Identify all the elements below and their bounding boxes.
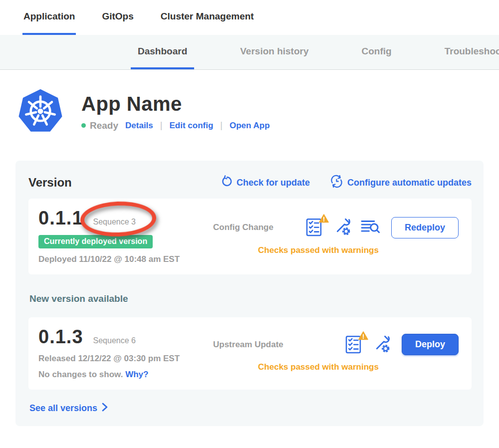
tab-config[interactable]: Config — [355, 35, 399, 69]
see-all-versions-link[interactable]: See all versions — [29, 403, 472, 414]
check-for-update-link[interactable]: Check for update — [220, 175, 310, 190]
refresh-icon — [220, 175, 233, 190]
configure-automatic-updates-link[interactable]: Configure automatic updates — [330, 175, 472, 191]
new-version-heading: New version available — [29, 293, 472, 304]
current-version-sequence: Sequence 3 — [93, 218, 136, 226]
version-source-label: Upstream Update — [213, 340, 283, 350]
preflight-checks-icon[interactable] — [345, 335, 364, 355]
version-section-title: Version — [28, 176, 72, 190]
available-version-sequence: Sequence 6 — [93, 336, 136, 345]
details-link[interactable]: Details — [125, 121, 153, 131]
current-version-card: 0.1.1 Sequence 3 Currently deployed vers… — [28, 199, 472, 274]
divider: | — [160, 120, 163, 131]
why-link[interactable]: Why? — [125, 370, 148, 379]
auto-update-icon — [330, 175, 343, 191]
primary-nav: Application GitOps Cluster Management — [0, 0, 499, 35]
warning-triangle-icon — [319, 214, 329, 225]
checks-status-text: Checks passed with warnings — [213, 245, 459, 255]
available-version-number: 0.1.3 — [38, 326, 83, 348]
view-files-icon[interactable] — [360, 218, 380, 237]
chevron-right-icon — [101, 403, 108, 414]
tab-cluster-management[interactable]: Cluster Management — [160, 0, 255, 35]
preflight-checks-icon[interactable] — [305, 218, 324, 237]
divider: | — [220, 120, 223, 131]
edit-config-icon[interactable] — [373, 335, 391, 355]
version-section: Version Check for update — [15, 161, 484, 426]
released-timestamp: Released 12/12/22 @ 03:30 pm EST — [38, 354, 213, 364]
status-badge: Ready — [81, 120, 118, 131]
version-source-label: Config Change — [213, 223, 273, 232]
page-title: App Name — [81, 93, 270, 115]
deployed-timestamp: Deployed 11/10/22 @ 10:48 am EST — [38, 254, 213, 264]
app-header: App Name Ready Details | Edit config | O… — [17, 88, 499, 136]
checks-status-text: Checks passed with warnings — [213, 362, 459, 372]
deploy-button[interactable]: Deploy — [402, 334, 459, 355]
tab-dashboard[interactable]: Dashboard — [131, 35, 194, 69]
edit-config-link[interactable]: Edit config — [169, 121, 213, 131]
available-version-card: 0.1.3 Sequence 6 Released 12/12/22 @ 03:… — [28, 317, 472, 390]
tab-version-history[interactable]: Version history — [233, 35, 315, 69]
redeploy-button[interactable]: Redeploy — [391, 217, 459, 238]
status-dot-icon — [81, 123, 86, 128]
app-sub-nav: Dashboard Version history Config Trouble… — [0, 35, 499, 70]
tab-troubleshoot[interactable]: Troubleshoot — [438, 35, 499, 69]
open-app-link[interactable]: Open App — [230, 121, 270, 131]
tab-gitops[interactable]: GitOps — [101, 0, 134, 35]
tab-application[interactable]: Application — [22, 0, 76, 35]
changes-note: No changes to show. Why? — [38, 370, 213, 380]
edit-config-icon[interactable] — [333, 218, 351, 237]
currently-deployed-badge: Currently deployed version — [38, 235, 153, 248]
warning-triangle-icon — [358, 331, 368, 342]
current-version-number: 0.1.1 — [38, 208, 83, 229]
kubernetes-logo-icon — [17, 88, 63, 136]
